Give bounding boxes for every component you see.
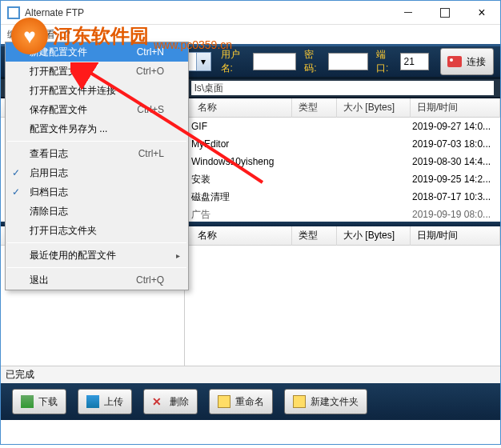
menu-open-profile[interactable]: 打开配置文件Ctrl+O [6,62,188,81]
download-icon [21,395,34,408]
newfolder-button[interactable]: 新建文件夹 [284,389,367,414]
col-date[interactable]: 日期/时间 [411,226,500,246]
remote-file-list[interactable] [185,246,500,366]
menu-archive-log[interactable]: 归档日志 [6,182,188,202]
path-text[interactable]: ls\桌面 [191,81,494,95]
menu-save-profile[interactable]: 保存配置文件Ctrl+S [6,100,188,119]
menu-new-profile[interactable]: 新建配置文件Ctrl+N [6,42,188,62]
col-type[interactable]: 类型 [292,98,337,118]
menu-separator [7,242,186,243]
username-input[interactable] [253,53,296,70]
menu-separator [7,141,186,142]
col-size[interactable]: 大小 [Bytes] [337,226,411,246]
rename-icon [218,395,230,408]
delete-icon [152,395,165,408]
upload-button[interactable]: 上传 [78,389,132,414]
menu-separator [7,267,186,268]
port-label: 端口: [376,48,397,75]
status-bar: 已完成 [1,366,500,383]
folder-icon [293,395,306,408]
minimize-button[interactable] [390,1,427,25]
menu-help[interactable]: ? [65,29,70,40]
connect-label: 连接 [467,55,486,69]
col-type[interactable]: 类型 [292,226,337,246]
app-icon [7,6,20,19]
menu-enable-log[interactable]: 启用日志 [6,163,188,182]
menu-view[interactable]: 查看 [36,28,55,42]
password-input[interactable] [328,53,368,70]
action-toolbar: 下载 上传 删除 重命名 新建文件夹 [1,383,500,420]
upload-icon [86,395,99,408]
menu-view-log[interactable]: 查看日志Ctrl+L [6,144,188,163]
menu-open-connect[interactable]: 打开配置文件并连接 [6,81,188,100]
menu-open-log-dir[interactable]: 打开日志文件夹 [6,221,188,240]
close-button[interactable]: × [463,1,500,25]
delete-button[interactable]: 删除 [143,389,198,414]
user-label: 用户名: [221,48,250,75]
file-menu-dropdown: 新建配置文件Ctrl+N 打开配置文件Ctrl+O 打开配置文件并连接 保存配置… [5,42,189,290]
download-button[interactable]: 下载 [12,389,66,414]
pass-label: 密码: [304,48,325,75]
col-name[interactable]: 名称 [191,98,292,118]
menu-edit[interactable]: 编辑 [7,28,26,42]
menu-recent[interactable]: 最近使用的配置文件 [6,246,188,265]
col-date[interactable]: 日期/时间 [411,98,500,118]
window-title: Alternate FTP [25,7,390,18]
connect-icon [447,56,462,67]
maximize-button[interactable] [427,1,463,25]
chevron-down-icon: ▾ [196,53,210,70]
col-size[interactable]: 大小 [Bytes] [337,98,411,118]
menu-clear-log[interactable]: 清除日志 [6,202,188,221]
rename-button[interactable]: 重命名 [209,389,273,414]
menu-exit[interactable]: 退出Ctrl+Q [6,270,188,290]
titlebar[interactable]: Alternate FTP × [1,1,500,25]
status-text: 已完成 [6,368,34,382]
menu-save-as[interactable]: 配置文件另存为 ... [6,119,188,138]
col-name[interactable]: 名称 [191,226,292,246]
connect-button[interactable]: 连接 [440,48,494,75]
port-input[interactable] [400,53,429,70]
